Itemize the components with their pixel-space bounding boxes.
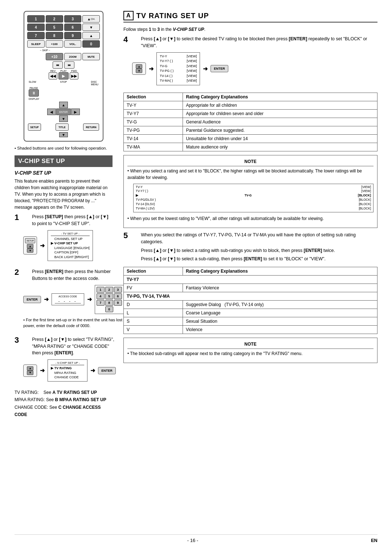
remote-btn-pause: ⏸: [29, 89, 39, 97]
table-row-v: V Violence: [124, 325, 377, 334]
remote-btn-play: ▶: [58, 72, 69, 80]
screen-item-channel: CHANNEL SET UP: [51, 237, 90, 241]
numpad-0: 0: [105, 306, 113, 312]
table-row-tvy7-group: TV-Y7: [124, 275, 377, 284]
step-3-screen: - V-CHIP SET UP - TV RATING MPAA RATING …: [48, 359, 87, 382]
screen-item-changecode: CHANGE CODE: [51, 375, 84, 380]
remote-btn-return: RETURN: [83, 123, 99, 131]
note-2-title: NOTE: [127, 341, 373, 349]
table-row: TV-Y Appropriate for all children: [124, 101, 377, 109]
step-4-text: Press [▲] or [▼] to select the desired T…: [141, 36, 377, 49]
table-row: TV-Y7 Appropriate for children seven and…: [124, 109, 377, 118]
step-1-screen: - TV SET UP - CHANNEL SET UP V-CHIP SET …: [48, 230, 93, 261]
sel-tvy: TV-Y: [124, 101, 183, 109]
note-1-title: NOTE: [127, 158, 373, 166]
step-3-text: Press [▲] or [▼] to select "TV RATING", …: [32, 336, 116, 357]
step-4-diagram: ▲ ▼ ➜ TV-Y[VIEW] TV-Y7 ( )[VIEW]: [132, 52, 377, 85]
remote-btn-setup: SETUP: [28, 123, 41, 131]
tvr-row-tvpg: TV-PG ( )[VIEW]: [160, 69, 197, 74]
arrow-2a: ➜: [44, 296, 49, 303]
remote-dpad-up: ▲: [59, 102, 68, 108]
numpad-5: 5: [105, 293, 113, 299]
note-box-2: NOTE • The blocked sub-ratings will appe…: [123, 338, 377, 363]
remote-btn-mute: MUTE: [82, 53, 100, 60]
remote-btn-8: 8: [46, 32, 63, 39]
remote-btn-ch-up: ▲CH.: [82, 15, 100, 23]
remote-btn-ch-down: ▼: [82, 24, 100, 31]
rating-table-2: Selection Rating Category Explanations T…: [123, 267, 377, 334]
sel-tv14: TV-14: [124, 134, 183, 143]
mini-down: ▼: [27, 248, 33, 253]
table1-header-sel: Selection: [124, 93, 183, 101]
step-3-diagram: ▲ ▼ ➜ - V-CHIP SET UP - TV RATING MPAA R…: [23, 359, 116, 382]
remote-btn-vol-up: ▲: [82, 32, 100, 39]
left-column: 1 2 3 ▲CH. 4 5 6 ▼ 7 8 9 ▲: [15, 11, 113, 527]
remote-btn-5: 5: [46, 24, 63, 31]
remote-btn-vol-label: VOL.: [64, 40, 82, 48]
mini-remote-step4: ▲ ▼: [132, 62, 146, 75]
mini-down-3: ▼: [27, 371, 33, 375]
remote-play-label: PLAY: [60, 70, 66, 72]
arrow-3b: ➜: [90, 367, 95, 374]
tvr-row-tvy7: TV-Y7 ( )[VIEW]: [160, 59, 197, 64]
desc-d: Suggestive Dialog (TV-PG, TV-14 only): [183, 300, 377, 309]
step-1-screen-title: - TV SET UP -: [51, 232, 90, 236]
table-row-d: D Suggestive Dialog (TV-PG, TV-14 only): [124, 300, 377, 309]
step-5-text1: When you select the ratings of TV-Y7, TV…: [141, 232, 377, 245]
enter-btn-step3: ENTER: [98, 367, 116, 374]
desc-v: Violence: [183, 325, 377, 334]
remote-dpad-down: ▼: [59, 115, 68, 122]
desc-l: Coarse Language: [183, 309, 377, 317]
step-2: 2 Press [ENTER] then press the NumberBut…: [15, 268, 113, 332]
table-row: TV-14 Unsuitable for children under 14: [124, 134, 377, 143]
remote-btn-zoom: ZOOM: [64, 53, 82, 60]
remote-btn-prev: ⏮: [53, 61, 63, 69]
step-5-text2: Press [▲] or [▼] to select a rating with…: [141, 247, 377, 254]
screen-item-language: LANGUAGE [ENGLISH]: [51, 246, 90, 250]
ref-tv-rating: TV RATING: See A TV RATING SET UP: [15, 389, 113, 396]
numpad-1: 1: [97, 287, 105, 293]
vchip-body-text: This feature enables parents to prevent …: [15, 178, 113, 211]
arrow-2b: ➜: [87, 296, 92, 303]
table2-header-desc: Rating Category Explanations: [183, 267, 377, 275]
numpad: 1 2 3 4 5 6 7 8 9 0: [95, 285, 124, 314]
remote-display-label: DISPLAY: [27, 98, 100, 100]
remote-btn-sleep: SLEEP: [27, 40, 45, 48]
table1-header-desc: Rating Category Explanations: [183, 93, 377, 101]
remote-dpad-right: ▶: [71, 109, 80, 115]
screen-item-backlight: BACK LIGHT [BRIGHT]: [51, 255, 90, 260]
page-number: - 16 -: [15, 538, 371, 543]
remote-btn-7: 7: [27, 32, 45, 39]
block-screen-diagram: TV-Y[VIEW] TV-Y7 ( )[VIEW] TV-G[BLOCK] T…: [133, 184, 373, 212]
numpad-grid: 1 2 3 4 5 6 7 8 9 0: [97, 287, 122, 312]
remote-btn-rev: ◀◀: [49, 72, 57, 80]
tvr-row-tvg: TV-G[VIEW]: [160, 64, 197, 69]
bottom-refs: TV RATING: See A TV RATING SET UP MPAA R…: [15, 389, 113, 419]
table-row-s: S Sexual Situation: [124, 317, 377, 325]
remote-fwd-label: FWD: [71, 70, 77, 72]
access-code-screen: ACCESS CODE - - - -: [52, 293, 84, 305]
tvy7-group-label: TV-Y7: [124, 275, 377, 284]
remote-btn-2: 2: [46, 15, 63, 23]
screen-item-caption: CAPTION [OFF]: [51, 250, 90, 255]
step-1-diagram: SETUP ▲ ▼ ➜ - TV SET UP - CHANNEL SE: [23, 230, 113, 261]
tv-rating-badge: A: [123, 11, 134, 20]
step-4: 4 Press [▲] or [▼] to select the desired…: [123, 36, 377, 88]
remote-slow-stop-disc: SLOWSTOPDISCMENU: [27, 81, 100, 86]
ref-change-code: CHANGE CODE: See C CHANGE ACCESS CODE: [15, 404, 113, 419]
mini-up-3: ▲: [27, 366, 33, 371]
step-4-number: 4: [123, 36, 128, 44]
table-row-fv: FV Fantasy Violence: [124, 284, 377, 292]
desc-tvpg: Parental Guidance suggested.: [183, 126, 377, 134]
numpad-7: 7: [97, 300, 105, 306]
screen-item-vchip: V-CHIP SET UP: [51, 241, 90, 246]
remote-illustration: 1 2 3 ▲CH. 4 5 6 ▼ 7 8 9 ▲: [24, 11, 103, 142]
remote-pause-label: PAUSE: [29, 87, 38, 89]
page-lang: EN: [371, 538, 377, 543]
step-1-number: 1: [15, 213, 19, 221]
screen-item-mpaarating: MPAA RATING: [51, 371, 84, 375]
step-2-diagram: ENTER ➜ ACCESS CODE - - - - ➜ 1: [23, 285, 124, 314]
tv-rating-title: TV RATING SET UP: [136, 12, 209, 20]
screen-item-tvrating: TV RATING: [51, 366, 84, 371]
vchip-subsection-title: V-CHIP SET UP: [15, 170, 113, 176]
